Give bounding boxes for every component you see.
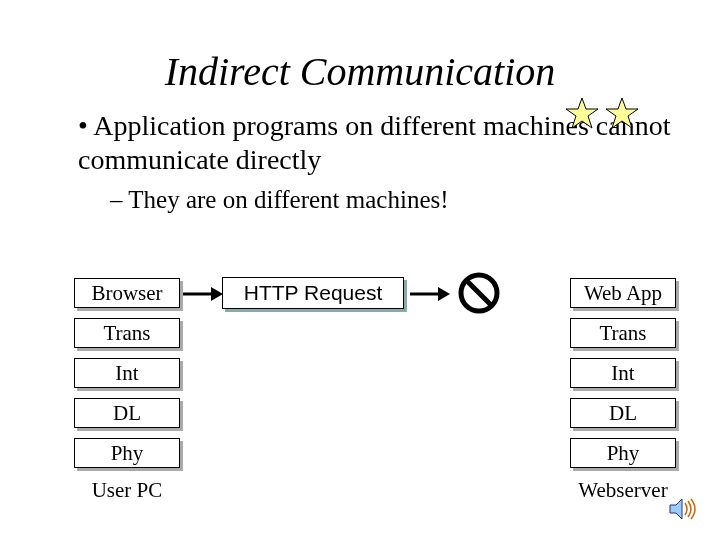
layer-box: Int — [570, 358, 676, 388]
layer-box: DL — [570, 398, 676, 428]
layer-label: DL — [74, 398, 180, 428]
layer-label: Trans — [74, 318, 180, 348]
left-stack: Browser Trans Int DL Phy User PC — [74, 278, 180, 503]
layer-box: Trans — [74, 318, 180, 348]
slide-title: Indirect Communication — [0, 48, 720, 95]
layer-label: Phy — [74, 438, 180, 468]
layer-label: Browser — [74, 278, 180, 308]
layer-box: Int — [74, 358, 180, 388]
layer-label: Int — [74, 358, 180, 388]
arrow-left-icon — [183, 284, 223, 304]
svg-line-7 — [466, 280, 492, 306]
layer-label: Phy — [570, 438, 676, 468]
layer-label: DL — [570, 398, 676, 428]
right-stack: Web App Trans Int DL Phy Webserver — [570, 278, 676, 503]
layer-box: Browser — [74, 278, 180, 308]
subbullet-item: They are on different machines! — [110, 186, 720, 214]
request-box: HTTP Request — [222, 277, 404, 309]
svg-marker-8 — [670, 499, 682, 519]
layer-label: Trans — [570, 318, 676, 348]
request-label: HTTP Request — [222, 277, 404, 309]
layer-box: Trans — [570, 318, 676, 348]
layer-label: Web App — [570, 278, 676, 308]
layer-box: Phy — [74, 438, 180, 468]
arrow-right-icon — [410, 284, 450, 304]
stack-label-left: User PC — [74, 478, 180, 503]
layer-label: Int — [570, 358, 676, 388]
svg-marker-1 — [606, 98, 638, 128]
speaker-icon — [668, 496, 698, 522]
layer-box: DL — [74, 398, 180, 428]
star-icons — [564, 96, 644, 134]
layer-box: Phy — [570, 438, 676, 468]
svg-marker-0 — [566, 98, 598, 128]
svg-marker-5 — [438, 287, 450, 301]
layer-box: Web App — [570, 278, 676, 308]
stack-label-right: Webserver — [570, 478, 676, 503]
prohibit-icon — [458, 272, 500, 314]
